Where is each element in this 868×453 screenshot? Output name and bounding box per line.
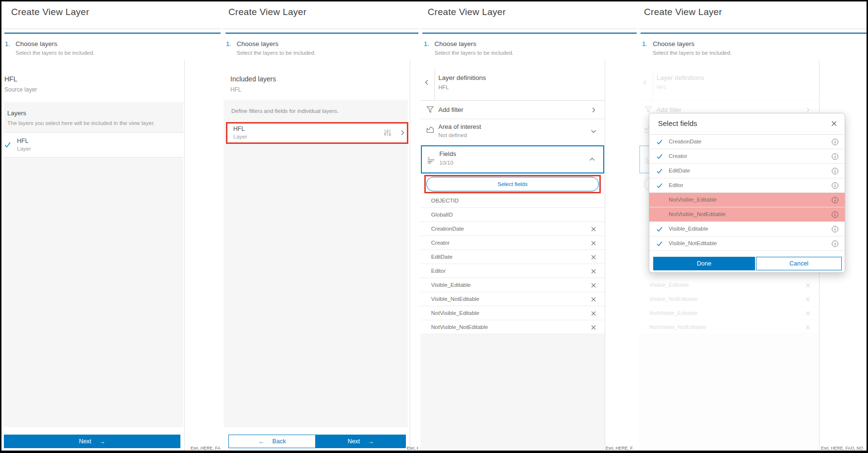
field-row: OBJECTID — [420, 194, 605, 208]
done-button-label: Done — [697, 260, 711, 267]
title-divider — [223, 29, 418, 29]
fields-count: 10/10 — [439, 160, 453, 166]
dialog-field-name: Creator — [669, 153, 687, 159]
step-progress-line — [225, 32, 418, 34]
page-title: Create View Layer — [428, 7, 506, 17]
step-description: Select the layers to be included. — [237, 50, 316, 56]
info-icon[interactable] — [831, 138, 839, 146]
field-list: OBJECTID GlobalID CreationDate Creator E… — [420, 194, 605, 334]
included-layers-body: Define filters and fields for individual… — [224, 100, 408, 427]
info-icon[interactable] — [831, 167, 839, 175]
checkmark-icon — [656, 153, 663, 160]
source-layer-name: HFL — [4, 75, 17, 83]
map-attribution: Esri, HERE, FAC — [191, 446, 221, 451]
field-row: Visible_Editable — [420, 278, 605, 292]
definitions-empty-area — [639, 334, 819, 451]
source-layer-type: Source layer — [4, 86, 37, 93]
done-button[interactable]: Done — [653, 257, 755, 270]
checkmark-icon — [656, 168, 663, 174]
wizard-panel-included-layers: Create View Layer 1. Choose layers Selec… — [223, 1, 418, 451]
included-layers-subheading: HFL — [230, 86, 241, 93]
area-of-interest-row[interactable]: Area of interest Not defined — [420, 120, 605, 145]
dialog-field-row[interactable]: Creator — [649, 149, 845, 164]
layer-item-type: Layer — [17, 146, 31, 152]
remove-field-icon[interactable] — [590, 296, 597, 303]
field-row: EditDate — [420, 250, 605, 264]
annotation-box-layer-row — [226, 122, 408, 144]
checkmark-icon — [656, 226, 663, 233]
layer-item-name: HFL — [17, 138, 29, 144]
info-icon[interactable] — [831, 225, 839, 233]
field-name: NotVisible_NotEditable — [649, 324, 706, 330]
next-button[interactable]: Next → — [4, 435, 180, 448]
back-button[interactable]: ← Back — [228, 435, 316, 448]
field-name: Editor — [431, 268, 446, 274]
remove-field-icon[interactable] — [590, 239, 597, 247]
remove-field-icon[interactable] — [590, 324, 597, 331]
remove-field-icon[interactable] — [590, 310, 597, 317]
dialog-field-row-highlighted[interactable]: NotVisible_Editable — [649, 193, 845, 207]
chevron-up-icon — [589, 156, 595, 163]
field-name: NotVisible_Editable — [431, 310, 480, 316]
chevron-right-icon — [804, 107, 811, 113]
dialog-field-row[interactable]: Visible_NotEditable — [649, 236, 845, 251]
remove-field-icon[interactable] — [590, 281, 597, 289]
field-row: NotVisible_Editable — [639, 306, 819, 320]
title-divider — [420, 29, 637, 29]
back-chevron-icon[interactable] — [423, 79, 430, 86]
cancel-button[interactable]: Cancel — [756, 257, 842, 270]
field-name: Visible_Editable — [431, 282, 471, 288]
dialog-field-row[interactable]: Editor — [649, 178, 845, 193]
remove-field-icon — [804, 324, 812, 331]
fields-icon — [427, 156, 435, 164]
field-row: CreationDate — [420, 222, 605, 236]
fields-section-header[interactable]: Fields 10/10 — [421, 145, 604, 173]
next-button[interactable]: Next → — [316, 435, 406, 448]
chevron-right-icon — [590, 107, 597, 113]
step-progress-line — [4, 32, 221, 34]
remove-field-icon — [804, 281, 812, 289]
chevron-down-icon — [590, 128, 597, 135]
dialog-field-row-highlighted[interactable]: NotVisible_NotEditable — [649, 207, 845, 222]
layers-section-header: Layers The layers you select here will b… — [4, 102, 183, 132]
remove-field-icon[interactable] — [590, 253, 597, 261]
checkmark-icon — [656, 240, 663, 247]
dialog-field-row[interactable]: CreationDate — [649, 135, 845, 149]
add-filter-row[interactable]: Add filter — [420, 100, 605, 119]
annotation-box-select-fields — [424, 175, 601, 193]
info-icon[interactable] — [831, 196, 839, 204]
field-name: Visible_NotEditable — [649, 296, 698, 302]
map-attribution: Esri, HERE, F — [606, 446, 636, 451]
cancel-button-label: Cancel — [789, 260, 808, 267]
dialog-field-row[interactable]: EditDate — [649, 164, 845, 178]
dialog-field-row[interactable]: Visible_Editable — [649, 222, 845, 236]
field-name: Visible_NotEditable — [431, 296, 480, 302]
map-panel-divider — [184, 60, 185, 451]
add-filter-label: Add filter — [438, 106, 463, 113]
remove-field-icon[interactable] — [590, 267, 597, 275]
field-name: NotVisible_NotEditable — [431, 324, 488, 330]
layer-list-item-hfl[interactable]: HFL Layer — [4, 132, 183, 157]
step-progress-line — [422, 32, 637, 34]
info-icon[interactable] — [831, 182, 839, 189]
wizard-panel-choose-layers: Create View Layer 1. Choose layers Selec… — [1, 1, 221, 451]
info-icon[interactable] — [831, 211, 839, 219]
back-chevron-icon — [642, 79, 648, 86]
remove-field-icon[interactable] — [590, 225, 597, 233]
definitions-subheading: HFL — [438, 84, 449, 90]
step-description: Select the layers to be included. — [434, 50, 514, 56]
field-row: Editor — [420, 264, 605, 278]
dialog-field-name: Editor — [669, 182, 683, 188]
field-row: Visible_Editable — [639, 278, 819, 292]
field-name: Creator — [431, 240, 450, 246]
map-attribution: Esri, H — [407, 446, 418, 451]
field-name: GlobalID — [431, 212, 453, 218]
info-icon[interactable] — [831, 153, 839, 160]
info-icon[interactable] — [831, 240, 839, 248]
map-panel-divider — [410, 60, 410, 451]
definitions-empty-area — [420, 334, 605, 451]
layer-list-empty-area — [4, 157, 183, 427]
dialog-field-name: NotVisible_Editable — [669, 197, 717, 203]
dialog-field-name: CreationDate — [669, 139, 702, 144]
close-icon[interactable] — [830, 120, 838, 127]
